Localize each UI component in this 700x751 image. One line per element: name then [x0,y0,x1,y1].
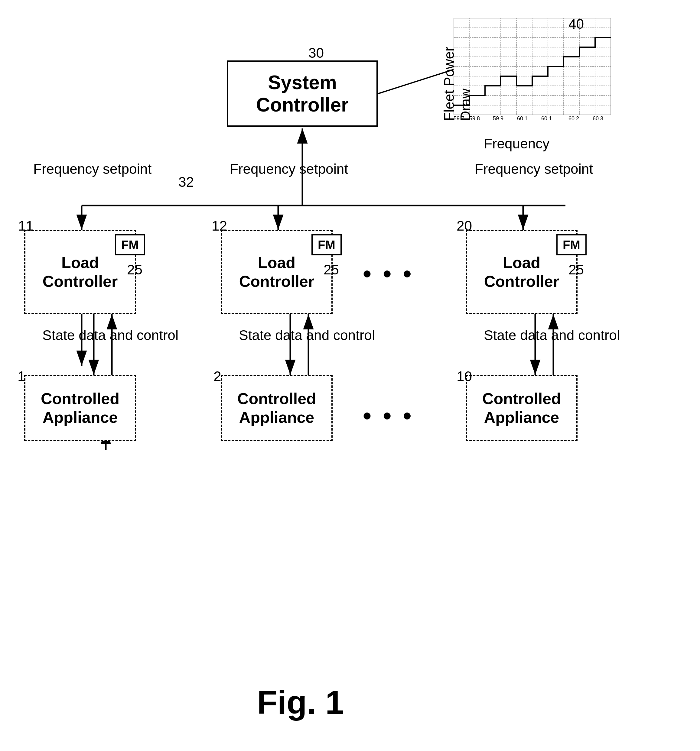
label-25b: 25 [324,261,339,278]
freq-setpoint-label-1: Frequency setpoint [33,160,152,178]
svg-text:59.9: 59.9 [493,116,503,122]
fm-badge-2: FM [311,234,342,255]
fleet-chart: 59.7 59.8 59.9 60.1 60.1 60.2 60.3 [454,18,629,151]
freq-setpoint-label-2: Frequency setpoint [230,160,348,178]
svg-text:60.2: 60.2 [568,116,579,122]
lc2-label: Load Controller [222,253,331,291]
svg-text:60.1: 60.1 [541,116,552,122]
lc1-label: Load Controller [25,253,135,291]
label-1: 1 [17,368,25,385]
system-controller-label: System Controller [228,71,376,116]
frequency-axis-label: Frequency [484,135,550,152]
fm-badge-1: FM [115,234,145,255]
label-10: 10 [457,368,472,385]
label-2: 2 [214,368,221,385]
appliance3-label: Controlled Appliance [467,389,576,427]
label-11: 11 [18,218,34,234]
label-32: 32 [178,174,194,190]
appliance1-label: Controlled Appliance [25,389,135,427]
label-30: 30 [308,45,324,61]
appliance2-label: Controlled Appliance [222,389,331,427]
svg-text:60.1: 60.1 [517,116,528,122]
fleet-chart-svg: 59.7 59.8 59.9 60.1 60.1 60.2 60.3 [454,18,629,127]
freq-setpoint-label-3: Frequency setpoint [475,160,593,178]
appliance-ellipsis: • • • [363,402,413,430]
lc3-label: Load Controller [467,253,576,291]
figure-label: Fig. 1 [257,683,344,722]
system-controller-box: System Controller [227,60,378,127]
state-data-label-1: State data and control [42,326,178,345]
fm-badge-3: FM [556,234,587,255]
lc-ellipsis: • • • [363,260,413,288]
label-25c: 25 [568,261,584,278]
label-25a: 25 [127,261,142,278]
fleet-power-draw-label: Fleet Power Draw [441,24,474,121]
appliance-2: Controlled Appliance [221,375,333,441]
appliance-1: Controlled Appliance [24,375,136,441]
label-20: 20 [457,218,472,234]
diagram: 30 System Controller 40 [0,0,700,751]
state-data-label-2: State data and control [239,326,375,345]
appliance-3: Controlled Appliance [466,375,578,441]
svg-text:60.3: 60.3 [593,116,603,122]
label-12: 12 [212,218,227,234]
state-data-label-3: State data and control [484,326,620,345]
